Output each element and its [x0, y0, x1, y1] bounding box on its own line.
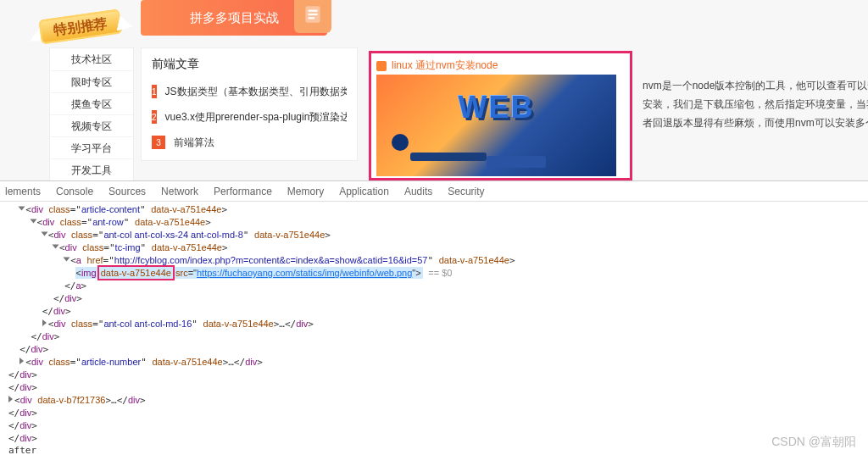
- sidebar: 技术社区 限时专区 摸鱼专区 视频专区 学习平台 开发工具: [49, 47, 134, 180]
- promo-banner-title: 拼多多项目实战: [190, 10, 279, 26]
- tab-security[interactable]: Security: [448, 186, 484, 197]
- bullet-icon: [376, 61, 387, 71]
- preview-title: linux 通过nvm安装node: [376, 58, 625, 73]
- watermark: CSDN @富朝阳: [771, 435, 856, 450]
- tab-network[interactable]: Network: [161, 186, 198, 197]
- sidebar-item[interactable]: 摸鱼专区: [50, 92, 133, 114]
- card-title: 前端文章: [152, 57, 347, 79]
- svg-rect-2: [309, 14, 318, 15]
- tab-application[interactable]: Application: [339, 186, 389, 197]
- doc-icon: [294, 0, 331, 33]
- tab-audits[interactable]: Audits: [404, 186, 432, 197]
- sidebar-item[interactable]: 学习平台: [50, 136, 133, 158]
- tab-sources[interactable]: Sources: [108, 186, 146, 197]
- sidebar-item[interactable]: 限时专区: [50, 70, 133, 92]
- tab-elements[interactable]: lements: [5, 186, 41, 197]
- tab-console[interactable]: Console: [56, 186, 93, 197]
- tab-memory[interactable]: Memory: [287, 186, 324, 197]
- list-item-label: 前端算法: [174, 136, 214, 150]
- preview-image[interactable]: WEB: [376, 75, 616, 176]
- svg-rect-3: [309, 17, 315, 19]
- web-3d-text: WEB: [459, 90, 535, 125]
- list-item-label: JS数据类型（基本数据类型、引用数据类: [165, 85, 347, 99]
- list-item[interactable]: 1JS数据类型（基本数据类型、引用数据类: [152, 79, 347, 104]
- list-item-label: vue3.x使用prerender-spa-plugin预渲染达: [165, 110, 347, 125]
- featured-badge: 特别推荐: [39, 13, 122, 42]
- sidebar-item[interactable]: 开发工具: [50, 158, 133, 180]
- list-item[interactable]: 3前端算法: [152, 130, 347, 155]
- svg-rect-1: [309, 10, 318, 12]
- tab-performance[interactable]: Performance: [214, 186, 272, 197]
- devtools-panel: lements Console Sources Network Performa…: [0, 180, 868, 455]
- article-card: 前端文章 1JS数据类型（基本数据类型、引用数据类 2vue3.x使用prere…: [141, 47, 358, 161]
- sidebar-item[interactable]: 视频专区: [50, 114, 133, 136]
- devtools-tabs: lements Console Sources Network Performa…: [0, 181, 868, 202]
- elements-tree[interactable]: <div class="article-content" data-v-a751…: [0, 202, 868, 455]
- list-item[interactable]: 2vue3.x使用prerender-spa-plugin预渲染达: [152, 104, 347, 130]
- sidebar-item[interactable]: 技术社区: [50, 48, 133, 70]
- article-excerpt: nvm是一个node版本控制的工具，他可以查看可以安装的no 安装，我们是下载压…: [643, 76, 868, 132]
- inspected-element-highlight: linux 通过nvm安装node WEB: [369, 51, 632, 180]
- promo-banner: 拼多多项目实战: [141, 0, 327, 36]
